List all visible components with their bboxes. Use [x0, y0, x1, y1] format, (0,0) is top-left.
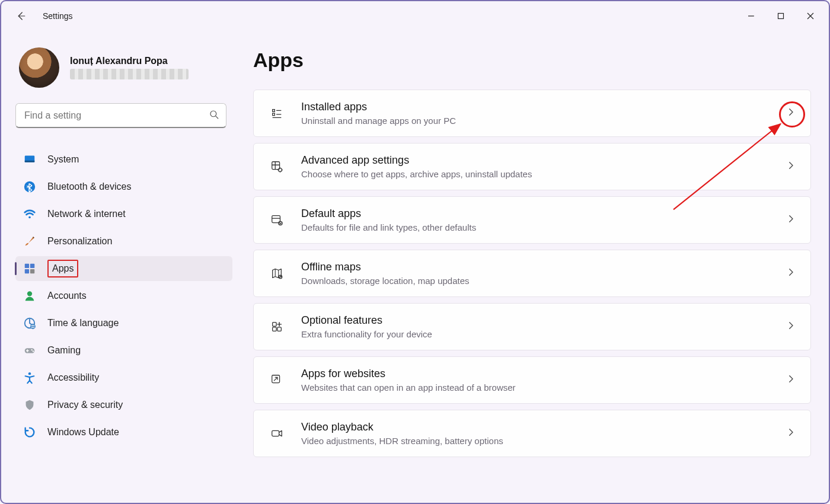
card-title: Apps for websites	[301, 368, 516, 380]
sidebar-item-label: Time & language	[47, 318, 119, 328]
back-button[interactable]	[11, 6, 31, 26]
chevron-right-icon	[786, 213, 796, 227]
card-title: Optional features	[301, 314, 432, 327]
svg-rect-7	[30, 264, 34, 268]
person-icon	[23, 289, 37, 303]
svg-rect-26	[277, 327, 281, 331]
card-text: Optional featuresExtra functionality for…	[301, 314, 432, 339]
nav-list: SystemBluetooth & devicesNetwork & inter…	[15, 147, 232, 445]
profile-block[interactable]: Ionuț Alexandru Popa	[15, 40, 228, 92]
svg-rect-19	[272, 162, 280, 170]
close-icon	[807, 12, 814, 20]
profile-name: Ionuț Alexandru Popa	[70, 56, 189, 66]
sidebar-item-personalization[interactable]: Personalization	[15, 229, 232, 254]
profile-email-redacted	[70, 69, 189, 79]
chevron-right-icon	[786, 267, 796, 280]
clock-globe-icon	[23, 316, 37, 330]
card-maps[interactable]: Offline mapsDownloads, storage location,…	[253, 250, 811, 297]
sidebar-item-label: Privacy & security	[47, 400, 123, 410]
chevron-right-icon	[786, 107, 796, 120]
sidebar-item-label: Personalization	[47, 236, 112, 247]
sidebar-item-gaming[interactable]: Gaming	[15, 338, 232, 363]
avatar	[19, 47, 59, 88]
close-button[interactable]	[797, 6, 824, 26]
sidebar-item-accounts[interactable]: Accounts	[15, 283, 232, 308]
gamepad-icon	[23, 343, 37, 358]
svg-rect-17	[273, 110, 275, 112]
card-text: Advanced app settingsChoose where to get…	[301, 154, 532, 179]
minimize-button[interactable]	[738, 6, 765, 26]
back-arrow-icon	[15, 11, 26, 21]
sidebar-item-privacy[interactable]: Privacy & security	[15, 393, 232, 417]
svg-point-5	[28, 216, 31, 219]
card-text: Apps for websitesWebsites that can open …	[301, 368, 516, 393]
list-icon	[268, 104, 286, 122]
sidebar-item-system[interactable]: System	[15, 147, 232, 172]
svg-rect-3	[25, 161, 35, 162]
main-content: Apps Installed appsUninstall and manage …	[235, 31, 829, 503]
svg-rect-25	[273, 327, 276, 331]
sidebar-item-update[interactable]: Windows Update	[15, 420, 232, 445]
card-optional[interactable]: Optional featuresExtra functionality for…	[253, 303, 811, 350]
card-subtitle: Video adjustments, HDR streaming, batter…	[301, 436, 503, 446]
svg-point-14	[31, 349, 32, 350]
sidebar-item-bluetooth[interactable]: Bluetooth & devices	[15, 174, 232, 199]
svg-rect-9	[30, 269, 34, 273]
titlebar: Settings	[1, 1, 829, 31]
card-subtitle: Websites that can open in an app instead…	[301, 382, 516, 393]
card-subtitle: Extra functionality for your device	[301, 329, 432, 339]
card-title: Offline maps	[301, 261, 470, 273]
sidebar-item-label: Network & internet	[47, 209, 126, 219]
card-text: Default appsDefaults for file and link t…	[301, 208, 476, 232]
card-title: Video playback	[301, 421, 503, 433]
app-plus-icon	[268, 318, 286, 336]
svg-rect-28	[272, 430, 279, 436]
sidebar-item-label annotated-highlight: Apps	[47, 260, 78, 277]
wifi-icon	[23, 207, 37, 221]
svg-point-16	[28, 372, 31, 375]
search-input[interactable]	[15, 103, 226, 128]
card-video[interactable]: Video playbackVideo adjustments, HDR str…	[253, 410, 811, 457]
svg-rect-24	[273, 323, 276, 326]
system-icon	[23, 152, 37, 167]
svg-rect-8	[25, 269, 29, 273]
card-title: Installed apps	[301, 101, 456, 113]
card-subtitle: Uninstall and manage apps on your PC	[301, 116, 456, 126]
shield-icon	[23, 398, 37, 412]
sidebar-item-apps[interactable]: Apps	[15, 256, 232, 281]
chevron-right-icon	[786, 427, 796, 440]
sidebar: Ionuț Alexandru Popa SystemBluetooth & d…	[1, 31, 235, 503]
sidebar-item-time[interactable]: Time & language	[15, 311, 232, 336]
chevron-right-icon	[786, 160, 796, 173]
map-icon	[268, 264, 286, 282]
paintbrush-icon	[23, 234, 37, 248]
card-text: Offline mapsDownloads, storage location,…	[301, 261, 470, 286]
page-title: Apps	[253, 49, 815, 72]
sidebar-item-network[interactable]: Network & internet	[15, 202, 232, 227]
sidebar-item-label: Accounts	[47, 291, 87, 301]
chevron-right-icon	[786, 374, 796, 387]
update-icon	[23, 425, 37, 439]
svg-point-10	[27, 291, 32, 296]
card-installed[interactable]: Installed appsUninstall and manage apps …	[253, 90, 811, 137]
card-subtitle: Choose where to get apps, archive apps, …	[301, 169, 532, 179]
svg-point-4	[24, 181, 35, 192]
maximize-icon	[777, 12, 784, 20]
card-title: Advanced app settings	[301, 154, 532, 167]
card-defaults[interactable]: Default appsDefaults for file and link t…	[253, 196, 811, 244]
search-wrapper	[15, 103, 226, 128]
svg-rect-6	[25, 264, 29, 268]
cards-list: Installed appsUninstall and manage apps …	[253, 90, 815, 457]
card-subtitle: Downloads, storage location, map updates	[301, 276, 470, 286]
card-text: Video playbackVideo adjustments, HDR str…	[301, 421, 503, 446]
card-websites[interactable]: Apps for websitesWebsites that can open …	[253, 356, 811, 404]
window-title: Settings	[43, 11, 73, 21]
card-advanced[interactable]: Advanced app settingsChoose where to get…	[253, 143, 811, 190]
settings-window: Settings Ionuț Alexandru Popa	[0, 0, 830, 504]
app-gear-icon	[268, 158, 286, 176]
card-text: Installed appsUninstall and manage apps …	[301, 101, 456, 126]
search-icon	[209, 109, 219, 122]
sidebar-item-accessibility[interactable]: Accessibility	[15, 365, 232, 390]
maximize-button[interactable]	[767, 6, 794, 26]
chevron-right-icon	[786, 320, 796, 333]
